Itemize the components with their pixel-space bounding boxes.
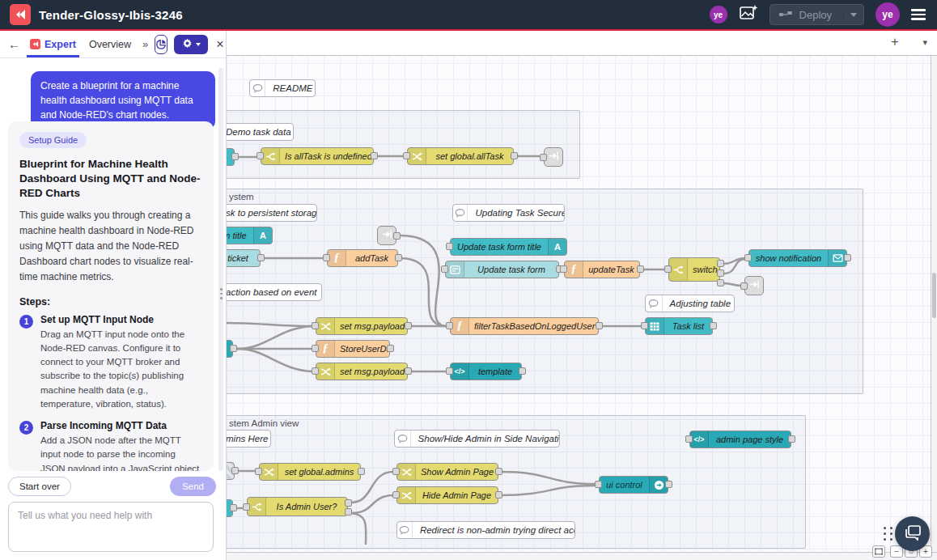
function-node[interactable]: ƒ addTask — [327, 249, 398, 267]
settings-dropdown-button[interactable] — [174, 35, 208, 54]
step-body: Add a JSON node after the MQTT input nod… — [40, 434, 202, 471]
start-over-button[interactable]: Start over — [8, 477, 71, 496]
comment-bubble-icon — [453, 205, 468, 221]
comment-node[interactable]: README — [249, 79, 316, 97]
port — [685, 435, 693, 443]
ui-toast-node[interactable]: show notification — [748, 249, 847, 267]
flow-list-dropdown[interactable]: ▾ — [922, 37, 927, 48]
sidebar-resize-handle[interactable] — [220, 288, 223, 299]
change-icon — [316, 318, 335, 334]
port — [323, 254, 330, 261]
switch-node[interactable]: Is allTask is undefined — [261, 147, 374, 165]
switch-icon — [669, 258, 688, 281]
port — [395, 254, 402, 261]
text-icon: A — [253, 227, 272, 244]
switch-icon — [248, 498, 266, 515]
setup-guide-badge: Setup Guide — [19, 132, 87, 148]
port — [495, 491, 502, 498]
template-node[interactable]: </> template — [450, 363, 522, 380]
port — [345, 499, 352, 507]
help-input[interactable] — [8, 502, 214, 552]
vertical-scrollbar[interactable] — [931, 56, 937, 552]
close-icon[interactable]: × — [216, 37, 223, 52]
add-flow-button[interactable]: + — [887, 35, 903, 49]
function-node[interactable]: ƒ filterTaskBasedOnLoggedUser — [450, 317, 599, 335]
comment-node[interactable]: Updating Task Securely — [452, 204, 565, 222]
function-node[interactable]: ƒ StoreUserData — [316, 340, 390, 358]
group-demo-task-data[interactable] — [194, 110, 580, 179]
port — [345, 508, 352, 515]
port — [560, 265, 567, 273]
port — [446, 367, 453, 375]
port — [392, 468, 400, 475]
tab-expert[interactable]: Expert — [27, 32, 79, 57]
comment-node[interactable]: Adjusting table — [645, 295, 735, 312]
ui-control-node[interactable]: ui control — [599, 476, 668, 494]
step-title: Parse Incoming MQTT Data — [40, 420, 202, 431]
flowfuse-icon — [30, 39, 40, 49]
guide-intro: This guide walks you through creating a … — [19, 208, 202, 286]
change-node[interactable]: set msg.payload — [316, 317, 408, 335]
change-node[interactable]: set msg.payload — [316, 363, 408, 380]
port — [717, 260, 724, 267]
ui-table-node[interactable]: Task list — [645, 317, 713, 335]
horizontal-scrollbar[interactable] — [227, 552, 937, 560]
link-out-node[interactable] — [744, 276, 764, 295]
template-node[interactable]: </> admin page style — [689, 431, 791, 448]
port — [495, 468, 502, 475]
ui-text-node[interactable]: Update task form title A — [450, 238, 567, 256]
back-arrow-icon[interactable]: ← — [8, 37, 20, 51]
comment-bubble-icon — [395, 431, 411, 447]
tab-overview[interactable]: Overview — [86, 32, 134, 57]
comment-bubble-icon — [646, 295, 663, 312]
port — [717, 279, 724, 286]
deploy-button[interactable]: Deploy — [770, 4, 864, 25]
change-node[interactable]: Hide Admin Page — [396, 486, 498, 504]
comment-bubble-icon — [397, 522, 413, 538]
expand-tabs-icon[interactable]: » — [142, 38, 148, 50]
chat-fab-button[interactable] — [895, 516, 930, 551]
change-node[interactable]: set global.allTask — [407, 147, 514, 165]
chart-panel-button[interactable] — [155, 35, 167, 54]
link-in-node[interactable] — [377, 226, 396, 245]
port — [312, 367, 319, 375]
port — [312, 345, 319, 352]
function-icon: ƒ — [565, 261, 583, 278]
port — [255, 468, 262, 475]
chevron-down-icon — [196, 43, 201, 46]
flowfuse-logo[interactable] — [10, 4, 31, 25]
assistant-sidebar: ← Expert Overview » × Create a blueprint… — [0, 31, 227, 560]
ui-form-node[interactable]: Update task form — [445, 261, 559, 278]
instance-title: Tender-Glossy-Ibis-3246 — [39, 8, 183, 22]
switch-node[interactable]: switch — [668, 257, 720, 282]
send-button[interactable]: Send — [170, 477, 216, 496]
comment-node[interactable]: Show/Hide Admin in Side Navigation — [394, 430, 560, 448]
zoom-fit-button[interactable] — [872, 545, 885, 558]
port — [231, 153, 239, 160]
port — [387, 345, 394, 352]
assistant-avatar[interactable]: ye — [710, 6, 727, 23]
port — [596, 322, 603, 329]
drag-handle[interactable] — [884, 527, 893, 541]
link-out-node[interactable] — [544, 147, 563, 167]
comment-node[interactable]: Redirect is non-admin trying direct acce… — [396, 521, 575, 539]
chevron-down-icon — [850, 13, 857, 17]
change-node[interactable]: set global.admins — [259, 463, 361, 481]
change-icon — [316, 363, 335, 380]
table-icon — [646, 318, 664, 334]
user-avatar[interactable]: ye — [876, 2, 900, 27]
form-icon — [446, 261, 464, 278]
app-header: Tender-Glossy-Ibis-3246 ye Deploy ye — [0, 0, 937, 31]
sidebar-scrollbar[interactable] — [218, 68, 223, 471]
scrollbar-thumb[interactable] — [932, 273, 936, 318]
change-icon — [408, 148, 426, 164]
hamburger-menu-icon[interactable] — [911, 9, 926, 20]
code-icon: </> — [451, 363, 469, 380]
switch-node[interactable]: Is Admin User? — [247, 497, 348, 516]
change-node[interactable]: Show Admin Page — [396, 463, 498, 481]
deploy-options-button[interactable] — [843, 13, 863, 17]
port — [844, 254, 851, 261]
image-sparkle-icon[interactable] — [739, 4, 758, 25]
port — [230, 345, 237, 352]
function-node[interactable]: ƒ updateTask — [564, 261, 640, 278]
